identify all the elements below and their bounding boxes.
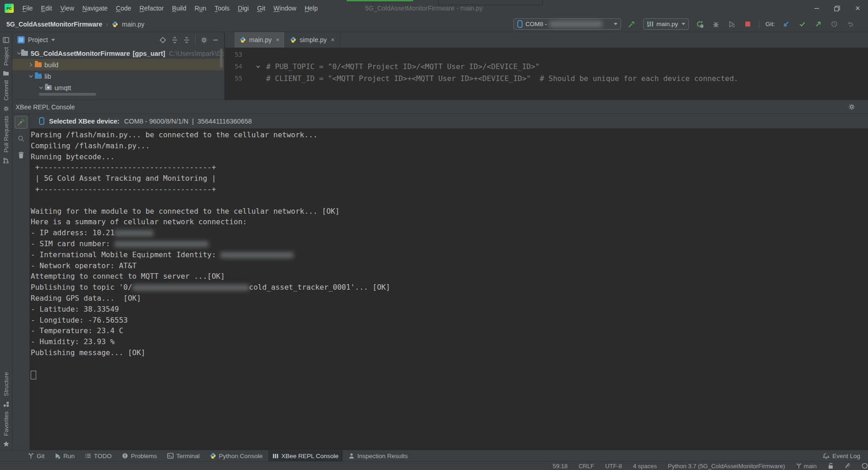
tool-window-button-git[interactable]: Git [24,450,49,462]
profiler-button[interactable] [727,19,737,29]
close-window-icon[interactable]: × [847,0,868,16]
tool-window-label: Git [37,453,44,459]
console-text: Running bytecode... [31,152,115,161]
code-line[interactable]: 55# CLIENT_ID = "<MQTT Project ID>+<MQTT… [225,72,868,84]
console-text: Publishing message... [OK] [31,348,145,357]
unlock-icon[interactable] [828,463,834,469]
clear-console-button[interactable] [15,149,27,162]
tab-close-icon[interactable]: × [331,36,334,43]
gear-icon[interactable] [201,37,207,43]
status-python-interpreter[interactable]: Python 3.7 (5G_ColdAssetMonitorFirmware) [668,463,785,470]
git-push-button[interactable] [813,19,823,29]
tool-window-button-python-console[interactable]: Python Console [206,450,267,462]
status-line-ending[interactable]: CRLF [579,463,594,470]
connect-plug-button[interactable] [15,116,27,129]
tree-row-lib[interactable]: lib [12,70,224,82]
event-log-button[interactable]: Event Log [819,450,864,462]
xbee-device-selector[interactable]: COM8 - [513,18,621,30]
project-tool-icon [3,37,9,43]
status-file-encoding[interactable]: UTF-8 [605,463,622,470]
stop-icon [745,21,751,27]
menu-item-build[interactable]: Build [168,5,191,12]
chevron-down-icon [37,86,45,90]
run-configuration-selector[interactable]: main.py [643,18,689,30]
breadcrumb-project[interactable]: 5G_ColdAssetMonitorFirmware [6,21,102,28]
tree-row-build[interactable]: build [12,59,224,70]
menu-item-help[interactable]: Help [300,5,322,12]
sidebar-item-pull-requests[interactable]: Pull Requests [3,116,10,152]
tree-row-5G_ColdAssetMonitorFirmware[interactable]: 5G_ColdAssetMonitorFirmware[gps_uart]C:\… [12,48,224,59]
search-button[interactable] [15,132,27,145]
restore-window-icon[interactable] [827,0,847,16]
menu-item-git[interactable]: Git [253,5,269,12]
tab-close-icon[interactable]: × [276,36,279,43]
tree-row-umqtt[interactable]: umqtt [12,82,224,93]
tool-window-button-problems[interactable]: Problems [118,450,161,462]
chevron-down-icon[interactable] [51,39,55,41]
code-line[interactable]: 53 [225,49,868,60]
flash-firmware-button[interactable] [627,19,637,29]
menu-item-code[interactable]: Code [112,5,135,12]
chevron-down-icon [256,65,260,69]
console-line: - Humidity: 23.93 % [31,336,868,347]
menu-item-edit[interactable]: Edit [37,5,56,12]
vertical-scrollbar[interactable] [220,49,223,68]
menu-item-run[interactable]: Run [191,5,211,12]
sidebar-item-project[interactable]: Project [3,47,10,65]
menu-item-navigate[interactable]: Navigate [78,5,112,12]
console-line: Reading GPS data... [OK] [31,293,868,304]
menu-item-refactor[interactable]: Refactor [136,5,168,12]
horizontal-scrollbar[interactable] [39,93,96,96]
breadcrumb-file[interactable]: main.py [122,21,144,28]
console-text: | 5G Cold Asset Tracking and Monitoring … [31,174,216,183]
code-line[interactable]: 54# PUB_TOPIC = "0/<MQTT Project ID>/<MQ… [225,60,868,72]
git-rollback-button[interactable] [845,19,855,29]
tool-window-button-todo[interactable]: TODO [81,450,116,462]
menu-item-digi[interactable]: Digi [234,5,253,12]
tool-window-button-run[interactable]: Run [50,450,79,462]
sidebar-item-structure[interactable]: Structure [3,372,10,396]
menu-item-tools[interactable]: Tools [210,5,234,12]
console-text: cold_asset_tracker_0001'... [OK] [249,283,390,292]
highlight-level-icon[interactable] [845,463,851,469]
favorites-star-icon [3,441,10,447]
console-text: +---------------------------------------… [31,185,216,194]
editor-tab-simple-py[interactable]: simple.py× [285,32,340,48]
expand-all-icon[interactable] [171,37,178,43]
console-text: Attempting to connect to MQTT server ...… [31,272,225,281]
git-history-button[interactable] [829,19,839,29]
locate-icon[interactable] [159,37,166,43]
ide-window: PC FileEditViewNavigateCodeRefactorBuild… [0,0,868,470]
status-indent-setting[interactable]: 4 spaces [633,463,657,470]
git-update-button[interactable] [781,19,791,29]
editor-tab-main-py[interactable]: main.py× [235,32,285,48]
sidebar-item-commit[interactable]: Commit [3,80,10,101]
debug-button[interactable] [711,19,721,29]
status-git-branch[interactable]: main [796,463,817,470]
menu-item-window[interactable]: Window [269,5,300,12]
tree-item-name: build [44,61,59,69]
code-area[interactable]: 5354# PUB_TOPIC = "0/<MQTT Project ID>/<… [225,48,868,84]
menu-item-view[interactable]: View [56,5,78,12]
collapse-all-icon[interactable] [183,37,190,43]
console-text: - SIM card number: [31,239,115,248]
fold-marker[interactable] [250,65,266,69]
console-line: +---------------------------------------… [31,162,868,173]
sidebar-item-favorites[interactable]: Favorites [3,411,10,436]
console-output[interactable]: Parsing /flash/main.py... be connected t… [30,129,868,450]
gear-icon[interactable] [848,103,855,110]
rerun-button[interactable] [695,19,705,29]
hide-panel-icon[interactable] [213,37,218,43]
tool-window-button-terminal[interactable]: Terminal [163,450,204,462]
stop-button[interactable] [743,19,753,29]
menu-item-file[interactable]: File [18,5,37,12]
tool-window-button-inspection-results[interactable]: Inspection Results [344,450,412,462]
minimize-window-icon[interactable] [806,0,827,16]
git-commit-button[interactable] [797,19,807,29]
tool-window-button-xbee-repl-console[interactable]: XBee REPL Console [268,450,343,462]
project-panel-header: Project [12,32,224,48]
chevron-down-icon [614,23,617,25]
status-caret-position[interactable]: 59:18 [553,463,568,470]
event-log-label: Event Log [832,453,860,459]
project-panel-title[interactable]: Project [28,36,48,43]
